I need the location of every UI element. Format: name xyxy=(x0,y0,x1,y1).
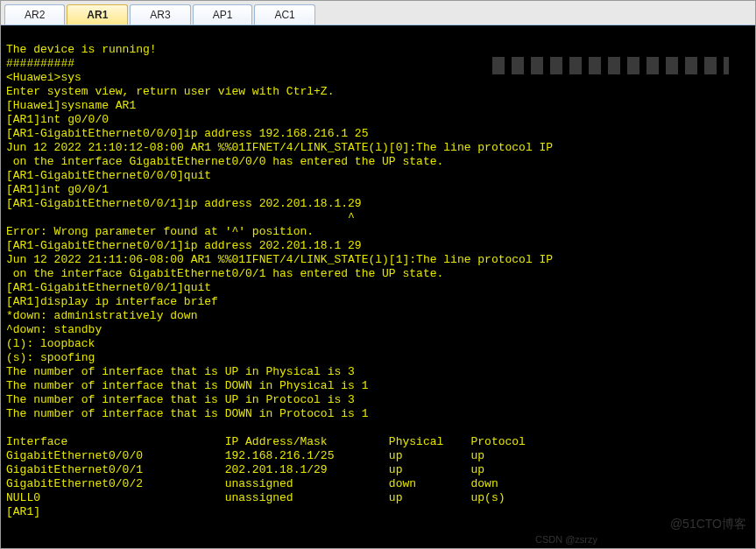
terminal-line: Enter system view, return user view with… xyxy=(6,85,334,98)
terminal-line: The number of interface that is UP in Pr… xyxy=(6,393,355,406)
watermark-51cto: @51CTO博客 xyxy=(670,517,746,531)
terminal-line: (l): loopback xyxy=(6,337,95,350)
terminal-line: [AR1-GigabitEthernet0/0/1]quit xyxy=(6,281,211,294)
terminal-line: Error: Wrong parameter found at '^' posi… xyxy=(6,225,314,238)
terminal-line: on the interface GigabitEthernet0/0/1 ha… xyxy=(6,267,443,280)
terminal-line: ^down: standby xyxy=(6,323,102,336)
terminal-line: The device is running! xyxy=(6,43,157,56)
terminal-output[interactable]: The device is running! ########## <Huawe… xyxy=(1,25,755,549)
tab-bar: AR2 AR1 AR3 AP1 AC1 xyxy=(1,1,755,25)
tab-ac1[interactable]: AC1 xyxy=(254,4,314,25)
watermark-csdn: CSDN @zsrzy xyxy=(535,532,597,546)
terminal-line: [AR1]int g0/0/1 xyxy=(6,183,109,196)
terminal-line: on the interface GigabitEthernet0/0/0 ha… xyxy=(6,155,443,168)
terminal-line: Jun 12 2022 21:10:12-08:00 AR1 %%01IFNET… xyxy=(6,141,553,154)
terminal-line: [Huawei]sysname AR1 xyxy=(6,99,136,112)
terminal-line: [AR1-GigabitEthernet0/0/0]quit xyxy=(6,169,211,182)
interface-table: Interface IP Address/Mask Physical Proto… xyxy=(6,435,526,504)
tab-ar3[interactable]: AR3 xyxy=(130,4,190,25)
terminal-line: <Huawei>sys xyxy=(6,71,81,84)
terminal-line: ^ xyxy=(6,211,355,224)
terminal-line: [AR1-GigabitEthernet0/0/0]ip address 192… xyxy=(6,127,368,140)
tab-ar1[interactable]: AR1 xyxy=(67,4,128,25)
terminal-line: (s): spoofing xyxy=(6,351,95,364)
redacted-block xyxy=(492,57,729,74)
tab-ap1[interactable]: AP1 xyxy=(193,4,253,25)
terminal-line: *down: administratively down xyxy=(6,309,197,322)
terminal-prompt: [AR1] xyxy=(6,505,40,518)
terminal-line: The number of interface that is DOWN in … xyxy=(6,379,368,392)
terminal-line: [AR1]int g0/0/0 xyxy=(6,113,109,126)
terminal-line: [AR1-GigabitEthernet0/0/1]ip address 202… xyxy=(6,197,362,210)
terminal-line: [AR1]display ip interface brief xyxy=(6,295,218,308)
terminal-line: Jun 12 2022 21:11:06-08:00 AR1 %%01IFNET… xyxy=(6,253,553,266)
tab-ar2[interactable]: AR2 xyxy=(4,4,65,25)
terminal-line: The number of interface that is UP in Ph… xyxy=(6,365,355,378)
terminal-line: [AR1-GigabitEthernet0/0/1]ip address 202… xyxy=(6,239,362,252)
terminal-line: ########## xyxy=(6,57,74,70)
terminal-line: The number of interface that is DOWN in … xyxy=(6,407,368,420)
